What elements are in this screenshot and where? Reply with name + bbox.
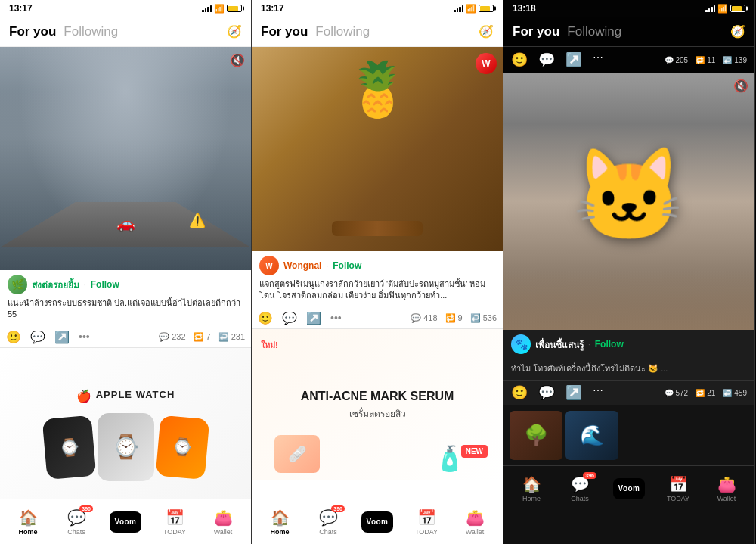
more-icon-1[interactable]: ••• — [79, 331, 90, 343]
nav-chats-1[interactable]: 396 💬 Chats — [61, 508, 91, 536]
battery-fill-3 — [732, 6, 742, 11]
food-video-2[interactable]: 🍍 W — [252, 47, 503, 251]
battery-fill-2 — [480, 6, 490, 11]
voom-btn-1[interactable]: Voom — [110, 511, 141, 533]
antiacne-ad-2[interactable]: ใหม่! ANTI-ACNE MARK SERUM เซรั่มลดรอยสิ… — [252, 329, 503, 480]
apple-watch-ad-1[interactable]: 🍎 APPLE WATCH ⌚ ⌚ ⌚ — [0, 348, 251, 499]
compass-icon-3[interactable]: 🧭 — [730, 24, 745, 39]
user-name-3[interactable]: เพื่อนชี้แสนรู้ — [535, 337, 584, 352]
bottom-nav-1: 🏠 Home 396 💬 Chats Voom 📅 TODAY 👛 Wallet — [0, 499, 251, 544]
road-scene: 🚗 ⚠️ — [0, 187, 251, 247]
chats-badge-3: 396 — [583, 472, 596, 479]
comment-icon-3t[interactable]: 💬 — [538, 51, 555, 68]
more-icon-3t[interactable]: ⋯ — [593, 51, 603, 68]
avatar-2: W — [259, 256, 279, 275]
tab-following-2[interactable]: Following — [315, 24, 370, 39]
stat-shares-3t: 🔁 11 — [696, 56, 715, 64]
stat-comments-2: 💬 418 — [411, 313, 437, 323]
cat-video-3[interactable]: 🐱 🔇 — [503, 73, 754, 330]
share-icon-1[interactable]: ↗️ — [54, 330, 70, 344]
tab-for-you-1[interactable]: For you — [9, 24, 56, 39]
comment-icon-3b[interactable]: 💬 — [538, 384, 555, 401]
nav-today-2[interactable]: 📅 TODAY — [411, 508, 442, 536]
nav-wallet-2[interactable]: 👛 Wallet — [460, 508, 490, 536]
nav-today-1[interactable]: 📅 TODAY — [160, 508, 190, 536]
status-icons-2: 📶 — [454, 4, 494, 14]
chats-badge-1: 396 — [79, 505, 93, 512]
car-icon: 🚗 — [116, 214, 135, 232]
thumb-1[interactable]: 🌳 — [510, 411, 562, 460]
emoji-icon-2[interactable]: 🙂 — [258, 311, 273, 325]
share-icon-3t[interactable]: ↗️ — [565, 51, 582, 68]
stats-row-1: 💬 232 🔁 7 ↩️ 231 — [159, 332, 245, 342]
signal-bar — [705, 10, 708, 12]
tab-for-you-2[interactable]: For you — [261, 24, 308, 39]
status-time-1: 13:17 — [9, 3, 33, 14]
signal-bar — [457, 8, 459, 12]
thumb-2[interactable]: 🌊 — [565, 411, 618, 460]
nav-home-3[interactable]: 🏠 Home — [516, 475, 547, 502]
comment-icon-2[interactable]: 💬 — [282, 311, 297, 325]
video-info-bar-2: W Wongnai · Follow แจกสูตรฟรีเมนูแกงราลั… — [252, 251, 503, 308]
user-name-1[interactable]: ส่งต่อรอยยิ้ม — [32, 278, 79, 292]
tab-following-1[interactable]: Following — [64, 24, 118, 39]
wallet-icon-3: 👛 — [717, 475, 736, 493]
nav-chats-3[interactable]: 396 💬 Chats — [565, 475, 595, 502]
wallet-icon-2: 👛 — [466, 508, 485, 527]
header-tabs-3: For you Following — [513, 24, 621, 39]
nav-home-2[interactable]: 🏠 Home — [265, 508, 295, 536]
follow-btn-2[interactable]: Follow — [333, 260, 361, 271]
mute-icon-1[interactable]: 🔇 — [230, 53, 245, 67]
status-icons-3: 📶 — [705, 4, 745, 14]
follow-btn-3[interactable]: Follow — [595, 339, 624, 350]
avatar-3: 🐾 — [511, 334, 531, 354]
signal-bar — [714, 5, 716, 12]
emoji-icon-1[interactable]: 🙂 — [6, 330, 21, 344]
user-row-2: W Wongnai · Follow — [259, 256, 495, 275]
nav-voom-1[interactable]: Voom — [110, 511, 141, 533]
stat-reposts-3t: ↩️ 139 — [723, 56, 747, 64]
apple-watch-content: 🍎 APPLE WATCH ⌚ ⌚ ⌚ — [0, 348, 251, 499]
app-header-3: For you Following 🧭 — [503, 17, 754, 47]
compass-icon-1[interactable]: 🧭 — [227, 24, 242, 39]
voom-btn-2[interactable]: Voom — [361, 511, 393, 533]
emoji-icon-3b[interactable]: 🙂 — [511, 384, 528, 401]
watches-row: ⌚ ⌚ ⌚ — [48, 413, 203, 481]
mute-icon-3[interactable]: 🔇 — [733, 79, 748, 93]
status-bar-1: 13:17 📶 — [0, 0, 251, 17]
watch-icon-silver: ⌚ — [112, 434, 140, 460]
nav-voom-2[interactable]: Voom — [361, 511, 393, 533]
chats-badge-2: 396 — [331, 505, 345, 512]
nav-today-3[interactable]: 📅 TODAY — [663, 475, 693, 502]
post-text-1: แนะนำล้างรถระบบธรรมชาติ ปล.แต่เจอแบบนี้อ… — [8, 297, 243, 321]
share-icon-2[interactable]: ↗️ — [306, 311, 321, 325]
tab-following-3[interactable]: Following — [567, 24, 621, 39]
storm-video-1[interactable]: 🚗 ⚠️ 🔇 — [0, 47, 251, 270]
voom-btn-3[interactable]: Voom — [613, 478, 645, 499]
follow-btn-1[interactable]: Follow — [91, 279, 119, 290]
panel3-top-stats: 💬 205 🔁 11 ↩️ 139 — [665, 56, 748, 64]
comment-icon-1[interactable]: 💬 — [30, 330, 45, 344]
nav-voom-3[interactable]: Voom — [613, 478, 645, 499]
chats-label-2: Chats — [319, 528, 337, 536]
nav-home-1[interactable]: 🏠 Home — [13, 508, 43, 536]
content-area-2: 🍍 W W Wongnai · Follow แจกสูตรฟรีเมนูแกง… — [252, 47, 503, 499]
today-icon-2: 📅 — [417, 508, 436, 527]
bottom-nav-3: 🏠 Home 396 💬 Chats Voom 📅 TODAY 👛 Wallet — [503, 465, 754, 511]
warning-sign: ⚠️ — [189, 212, 206, 228]
apple-logo: 🍎 — [76, 389, 91, 403]
nav-chats-2[interactable]: 396 💬 Chats — [313, 508, 343, 536]
user-name-2[interactable]: Wongnai — [284, 260, 321, 271]
dot-2: · — [326, 262, 328, 270]
home-label-3: Home — [522, 495, 541, 502]
more-icon-2[interactable]: ••• — [330, 312, 342, 324]
stat-comments-1: 💬 232 — [159, 332, 185, 342]
nav-wallet-3[interactable]: 👛 Wallet — [711, 475, 742, 502]
compass-icon-2[interactable]: 🧭 — [479, 24, 494, 39]
nav-wallet-1[interactable]: 👛 Wallet — [208, 508, 238, 536]
tab-for-you-3[interactable]: For you — [513, 24, 559, 39]
more-icon-3b[interactable]: ⋯ — [593, 384, 603, 401]
emoji-icon-3t[interactable]: 🙂 — [511, 51, 528, 68]
home-icon-3: 🏠 — [522, 475, 541, 493]
share-icon-3b[interactable]: ↗️ — [565, 384, 582, 401]
